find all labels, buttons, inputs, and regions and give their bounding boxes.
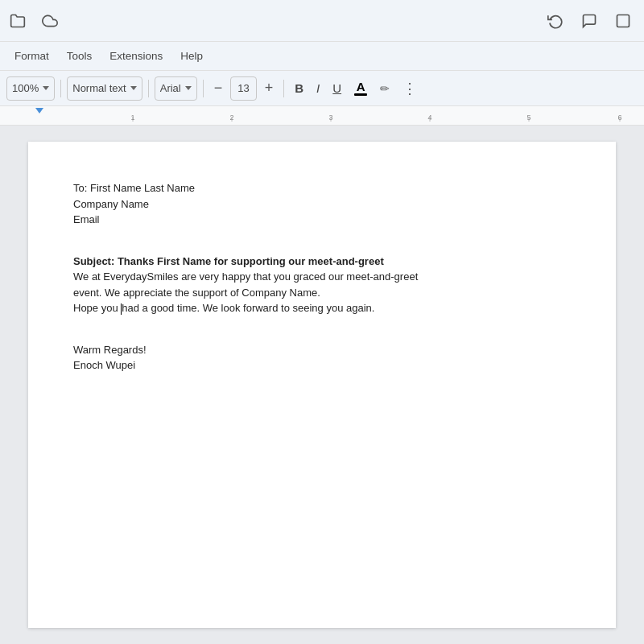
- ruler-mark-4: 4: [427, 114, 431, 122]
- menu-tools[interactable]: Tools: [59, 47, 101, 65]
- svg-rect-0: [617, 14, 630, 27]
- comment-icon[interactable]: [578, 10, 601, 32]
- top-bar: [0, 0, 644, 42]
- document-area[interactable]: To: First Name Last Name Company Name Em…: [0, 126, 644, 644]
- ruler-mark-3: 3: [328, 114, 332, 122]
- font-color-underline: [354, 93, 367, 96]
- zoom-chevron: [43, 86, 49, 90]
- company-line: Company Name: [73, 196, 571, 213]
- divider-2: [148, 80, 149, 97]
- menu-help[interactable]: Help: [172, 47, 211, 65]
- body-line-2: event. We appreciate the support of Comp…: [73, 285, 571, 301]
- font-size-decrease[interactable]: −: [209, 76, 228, 101]
- ruler-tab[interactable]: [35, 108, 43, 114]
- signature-line: Enoch Wupei: [73, 357, 571, 374]
- body-line-1: We at EverydaySmiles are very happy that…: [73, 269, 571, 285]
- divider-1: [60, 80, 61, 97]
- bold-button[interactable]: B: [290, 76, 308, 101]
- menu-extensions[interactable]: Extensions: [101, 47, 171, 65]
- font-dropdown[interactable]: Arial: [155, 76, 197, 101]
- divider-3: [203, 80, 204, 97]
- menu-format[interactable]: Format: [6, 47, 57, 65]
- subject-line: Subject: Thanks First Name for supportin…: [73, 254, 571, 270]
- top-bar-left: [6, 10, 61, 32]
- history-icon[interactable]: [544, 10, 567, 32]
- style-chevron: [130, 86, 137, 90]
- format-bar: 100% Normal text Arial − 13 + B I U A ✏ …: [0, 71, 644, 106]
- ruler-mark-1: 1: [130, 114, 134, 122]
- ruler-mark-2: 2: [229, 114, 233, 122]
- cloud-icon[interactable]: [39, 10, 61, 32]
- window-icon[interactable]: [612, 10, 634, 32]
- top-bar-right: [544, 10, 634, 32]
- closing-line: Warm Regards!: [73, 342, 571, 358]
- divider-4: [283, 80, 284, 97]
- style-dropdown[interactable]: Normal text: [67, 76, 142, 101]
- menu-bar: Format Tools Extensions Help: [0, 42, 644, 71]
- email-line: Email: [73, 212, 571, 228]
- to-line: To: First Name Last Name: [73, 180, 571, 196]
- ruler-mark-5: 5: [526, 114, 530, 122]
- ruler-mark-6: 6: [617, 114, 621, 122]
- zoom-dropdown[interactable]: 100%: [6, 76, 55, 101]
- folder-icon[interactable]: [6, 10, 29, 32]
- underline-button[interactable]: U: [328, 76, 346, 101]
- italic-button[interactable]: I: [312, 76, 324, 101]
- highlight-button[interactable]: ✏: [375, 76, 394, 101]
- font-color-button[interactable]: A: [349, 79, 372, 98]
- ruler-inner: 1 2 3 4 5 6: [0, 106, 644, 123]
- ruler: 1 2 3 4 5 6: [0, 106, 644, 126]
- document-page[interactable]: To: First Name Last Name Company Name Em…: [28, 142, 616, 628]
- body-line-3: Hope you had a good time. We look forwar…: [73, 300, 571, 316]
- more-options-button[interactable]: ⋮: [398, 76, 421, 101]
- font-chevron: [185, 86, 192, 90]
- font-size-display[interactable]: 13: [230, 76, 256, 101]
- font-size-increase[interactable]: +: [260, 76, 279, 101]
